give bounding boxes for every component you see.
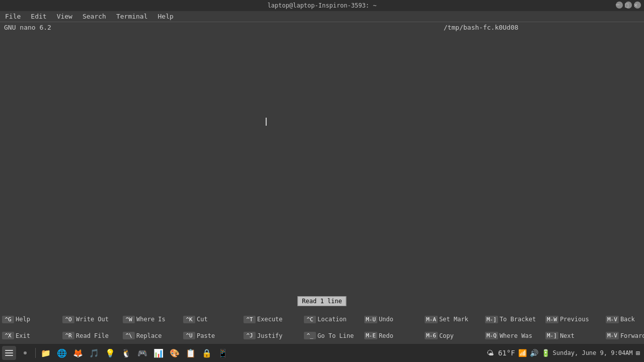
taskbar-files-icon[interactable]: 📁 <box>39 346 53 360</box>
shortcut-gotoline[interactable]: ^_ Go To Line <box>302 332 362 339</box>
shortcut-key-whereis: ^W <box>123 316 135 323</box>
shortcut-key-replace: ^\ <box>123 332 135 339</box>
shortcut-key-undo: M-U <box>364 316 377 323</box>
shortcut-label-writeout: Write Out <box>76 316 109 323</box>
minimize-button[interactable]: ─ <box>616 2 623 9</box>
taskbar-linux-icon[interactable]: 🐧 <box>119 346 133 360</box>
shortcut-label-forward: Forward <box>620 332 644 339</box>
menu-help[interactable]: Help <box>156 12 176 21</box>
shortcut-writeout[interactable]: ^O Write Out <box>60 316 121 323</box>
shortcut-label-undo: Undo <box>379 316 393 323</box>
shortcut-label-location: Location <box>317 316 347 323</box>
shortcut-key-next: M-] <box>545 332 558 339</box>
shortcut-tobracket[interactable]: M-] To Bracket <box>483 316 543 323</box>
shortcut-setmark[interactable]: M-A Set Mark <box>423 316 483 323</box>
maximize-button[interactable]: □ <box>625 2 632 9</box>
shortcut-key-tobracket: M-] <box>485 316 498 323</box>
shortcut-back[interactable]: M-V Back <box>604 316 644 323</box>
menu-terminal[interactable]: Terminal <box>114 12 150 21</box>
menu-bar: File Edit View Search Terminal Help <box>0 11 644 22</box>
shortcut-row-1: ^G Help ^O Write Out ^W Where Is ^K Cut … <box>0 311 644 328</box>
shortcut-key-execute: ^T <box>244 316 256 323</box>
taskbar-firefox-icon[interactable]: 🦊 <box>71 346 85 360</box>
shortcut-forward[interactable]: M-V Forward <box>604 332 644 339</box>
shortcut-key-redo: M-E <box>364 332 377 339</box>
window-controls[interactable]: ─ □ ✕ <box>616 2 641 9</box>
taskbar-chart-icon[interactable]: 📊 <box>151 346 166 360</box>
taskbar-browser-icon[interactable]: 🌐 <box>55 346 69 360</box>
shortcut-help[interactable]: ^G Help <box>0 316 60 323</box>
taskbar-weather: 🌤 61°F <box>487 349 515 357</box>
menu-edit[interactable]: Edit <box>29 12 48 21</box>
shortcut-key-wherewas: M-Q <box>485 332 498 339</box>
taskbar-sound: 🔊 <box>530 349 538 357</box>
taskbar-bulb-icon[interactable]: 💡 <box>103 346 117 360</box>
shortcut-location[interactable]: ^C Location <box>302 316 362 323</box>
shortcut-key-cut: ^K <box>183 316 195 323</box>
editor-area[interactable]: Read 1 line <box>0 32 644 311</box>
shortcut-label-help: Help <box>16 316 30 323</box>
taskbar-clipboard-icon[interactable]: 📋 <box>184 346 198 360</box>
taskbar-music-icon[interactable]: 🎵 <box>87 346 101 360</box>
taskbar-datetime: Sunday, June 9, 9:04AM <box>553 349 633 356</box>
svg-rect-2 <box>5 355 13 356</box>
taskbar-tray[interactable]: ⊞ <box>636 349 640 357</box>
menu-view[interactable]: View <box>55 12 74 21</box>
menu-file[interactable]: File <box>3 12 23 21</box>
window-title: laptop@laptop-Inspiron-3593: ~ <box>268 2 377 9</box>
shortcut-cut[interactable]: ^K Cut <box>181 316 242 323</box>
shortcut-key-writeout: ^O <box>62 316 74 323</box>
taskbar-battery: 🔋 <box>541 349 550 357</box>
taskbar-paint-icon[interactable]: 🎨 <box>168 346 182 360</box>
shortcut-label-copy: Copy <box>439 332 454 339</box>
shortcut-execute[interactable]: ^T Execute <box>242 316 302 323</box>
shortcut-label-execute: Execute <box>257 316 283 323</box>
shortcut-label-next: Next <box>560 332 575 339</box>
shortcut-label-replace: Replace <box>136 332 162 339</box>
shortcut-next[interactable]: M-] Next <box>543 332 604 339</box>
nano-info-bar: GNU nano 6.2 /tmp/bash-fc.k0Ud08 <box>0 22 644 32</box>
shortcut-readfile[interactable]: ^R Read File <box>60 332 121 339</box>
shortcut-key-previous: M-W <box>545 316 558 323</box>
shortcut-key-justify: ^J <box>244 332 256 339</box>
shortcut-label-cut: Cut <box>197 316 208 323</box>
shortcut-key-paste: ^U <box>183 332 195 339</box>
shortcut-paste[interactable]: ^U Paste <box>181 332 242 339</box>
taskbar: 📁 🌐 🦊 🎵 💡 🐧 🎮 📊 🎨 📋 🔒 📱 🌤 61°F 📶 🔊 🔋 Sun… <box>0 344 644 362</box>
shortcut-key-back: M-V <box>606 316 619 323</box>
shortcut-whereis[interactable]: ^W Where Is <box>121 316 181 323</box>
shortcut-label-whereis: Where Is <box>136 316 166 323</box>
shortcut-label-readfile: Read File <box>76 332 109 339</box>
shortcut-wherewas[interactable]: M-Q Where Was <box>483 332 543 339</box>
read-tooltip: Read 1 line <box>297 296 346 306</box>
shortcut-key-gotoline: ^_ <box>304 332 316 339</box>
shortcut-label-setmark: Set Mark <box>439 316 468 323</box>
taskbar-dot <box>18 346 32 360</box>
taskbar-lock-icon[interactable]: 🔒 <box>200 346 214 360</box>
menu-search[interactable]: Search <box>80 12 108 21</box>
shortcut-key-forward: M-V <box>606 332 619 339</box>
app-menu-button[interactable] <box>2 346 16 360</box>
close-button[interactable]: ✕ <box>634 2 641 9</box>
shortcut-undo[interactable]: M-U Undo <box>362 316 423 323</box>
shortcut-copy[interactable]: M-6 Copy <box>423 332 483 339</box>
shortcut-exit[interactable]: ^X Exit <box>0 332 60 339</box>
shortcut-key-readfile: ^R <box>62 332 74 339</box>
taskbar-game-icon[interactable]: 🎮 <box>135 346 149 360</box>
svg-rect-0 <box>5 350 13 351</box>
shortcut-redo[interactable]: M-E Redo <box>362 332 423 339</box>
shortcut-key-copy: M-6 <box>425 332 438 339</box>
nano-filename: /tmp/bash-fc.k0Ud08 <box>322 24 640 31</box>
shortcut-previous[interactable]: M-W Previous <box>543 316 604 323</box>
shortcut-key-location: ^C <box>304 316 316 323</box>
shortcut-label-justify: Justify <box>257 332 283 339</box>
taskbar-phone-icon[interactable]: 📱 <box>216 346 230 360</box>
shortcut-label-back: Back <box>620 316 635 323</box>
text-cursor <box>266 118 267 126</box>
shortcut-bar: ^G Help ^O Write Out ^W Where Is ^K Cut … <box>0 311 644 344</box>
title-bar: laptop@laptop-Inspiron-3593: ~ ─ □ ✕ <box>0 0 644 11</box>
shortcut-key-exit: ^X <box>2 332 14 339</box>
shortcut-replace[interactable]: ^\ Replace <box>121 332 181 339</box>
nano-version: GNU nano 6.2 <box>4 24 322 31</box>
shortcut-justify[interactable]: ^J Justify <box>242 332 302 339</box>
